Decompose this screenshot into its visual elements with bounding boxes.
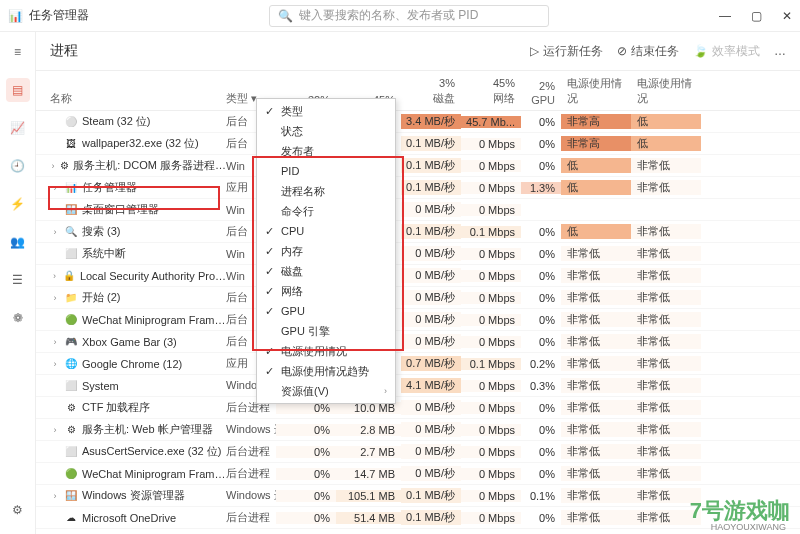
- sidebar-history[interactable]: 🕘: [6, 154, 30, 178]
- table-row[interactable]: ›⚙服务主机: DCOM 服务器进程…Win0.1 MB/秒0 Mbps0%低非…: [36, 155, 800, 177]
- menu-item[interactable]: PID: [257, 161, 395, 181]
- table-row[interactable]: ›📁开始 (2)后台0 MB/秒0 Mbps0%非常低非常低: [36, 287, 800, 309]
- close-button[interactable]: ✕: [782, 9, 792, 23]
- table-row[interactable]: 🖼wallpaper32.exe (32 位)后台0.1 MB/秒0 Mbps0…: [36, 133, 800, 155]
- col-power-trend[interactable]: 电源使用情况: [631, 76, 701, 106]
- process-icon: ⚪: [64, 115, 78, 129]
- eff-mode-button[interactable]: 🍃 效率模式: [693, 43, 760, 60]
- table-row[interactable]: ›🔒Local Security Authority Pro…Win0 MB/秒…: [36, 265, 800, 287]
- cell-disk: 0 MB/秒: [401, 422, 461, 437]
- sidebar-details[interactable]: ☰: [6, 268, 30, 292]
- process-name: Steam (32 位): [82, 114, 150, 129]
- menu-item[interactable]: ✓电源使用情况: [257, 341, 395, 361]
- cell-power: 非常低: [561, 378, 631, 393]
- submenu-arrow-icon: ›: [384, 386, 387, 396]
- menu-item[interactable]: ✓CPU: [257, 221, 395, 241]
- menu-item[interactable]: GPU 引擎: [257, 321, 395, 341]
- cell-gpu: 0%: [521, 160, 561, 172]
- process-name: 任务管理器: [82, 180, 137, 195]
- cell-power-trend: 非常低: [631, 180, 701, 195]
- sidebar-startup[interactable]: ⚡: [6, 192, 30, 216]
- sidebar-services[interactable]: ❁: [6, 306, 30, 330]
- sidebar-processes[interactable]: ▤: [6, 78, 30, 102]
- process-name: Xbox Game Bar (3): [82, 336, 177, 348]
- minimize-button[interactable]: —: [719, 9, 731, 23]
- expand-icon[interactable]: ›: [50, 337, 60, 347]
- search-placeholder: 键入要搜索的名称、发布者或 PID: [299, 7, 478, 24]
- sidebar-users[interactable]: 👥: [6, 230, 30, 254]
- table-row[interactable]: ⚙CTF 加载程序后台进程0%10.0 MB0 MB/秒0 Mbps0%非常低非…: [36, 397, 800, 419]
- cell-power-trend: 非常低: [631, 466, 701, 481]
- cell-disk: 0.1 MB/秒: [401, 158, 461, 173]
- process-name: Google Chrome (12): [82, 358, 182, 370]
- table-row[interactable]: ⬜系统中断Win0 MB/秒0 Mbps0%非常低非常低: [36, 243, 800, 265]
- search-box[interactable]: 🔍 键入要搜索的名称、发布者或 PID: [269, 5, 549, 27]
- cell-power: 非常低: [561, 488, 631, 503]
- run-new-task-button[interactable]: ▷ 运行新任务: [530, 43, 603, 60]
- table-row[interactable]: ›📊任务管理器应用0.1 MB/秒0 Mbps1.3%低非常低: [36, 177, 800, 199]
- cell-disk: 0.1 MB/秒: [401, 488, 461, 503]
- expand-icon[interactable]: ›: [50, 227, 60, 237]
- menu-label: 进程名称: [281, 184, 387, 199]
- cell-net: 0 Mbps: [461, 446, 521, 458]
- cell-gpu: 0%: [521, 402, 561, 414]
- menu-item[interactable]: ✓电源使用情况趋势: [257, 361, 395, 381]
- expand-icon[interactable]: ›: [50, 425, 60, 435]
- check-icon: ✓: [265, 225, 281, 238]
- expand-icon[interactable]: ›: [50, 491, 60, 501]
- process-icon: 🔍: [64, 225, 78, 239]
- menu-item[interactable]: ✓内存: [257, 241, 395, 261]
- column-context-menu[interactable]: ✓类型状态发布者PID进程名称命令行✓CPU✓内存✓磁盘✓网络✓GPUGPU 引…: [256, 98, 396, 404]
- col-name[interactable]: 名称: [36, 91, 226, 106]
- table-row[interactable]: 🪟桌面窗口管理器Win0 MB/秒0 Mbps: [36, 199, 800, 221]
- table-row[interactable]: ›🌐Google Chrome (12)应用0.7 MB/秒0.1 Mbps0.…: [36, 353, 800, 375]
- menu-item[interactable]: ✓GPU: [257, 301, 395, 321]
- table-row[interactable]: ☁Microsoft OneDrive后台进程0%51.4 MB0.1 MB/秒…: [36, 507, 800, 529]
- table-row[interactable]: ⚪Steam (32 位)后台3.4 MB/秒45.7 Mb...0%非常高低: [36, 111, 800, 133]
- cell-gpu: 0%: [521, 512, 561, 524]
- end-task-button[interactable]: ⊘ 结束任务: [617, 43, 679, 60]
- menu-item[interactable]: ✓网络: [257, 281, 395, 301]
- cell-gpu: 0%: [521, 292, 561, 304]
- menu-item[interactable]: ✓类型: [257, 101, 395, 121]
- table-row[interactable]: ›⚙服务主机: Web 帐户管理器Windows 进程0%2.8 MB0 MB/…: [36, 419, 800, 441]
- expand-icon[interactable]: ›: [50, 183, 60, 193]
- expand-icon[interactable]: ›: [50, 359, 60, 369]
- table-row[interactable]: ⬜SystemWindows 进程0%4.1 MB/秒0 Mbps0.3%非常低…: [36, 375, 800, 397]
- cell-power-trend: 非常低: [631, 312, 701, 327]
- col-disk[interactable]: 3%磁盘: [401, 77, 461, 106]
- menu-item[interactable]: ✓磁盘: [257, 261, 395, 281]
- maximize-button[interactable]: ▢: [751, 9, 762, 23]
- sidebar-performance[interactable]: 📈: [6, 116, 30, 140]
- process-name: CTF 加载程序: [82, 400, 150, 415]
- table-row[interactable]: ⬜AsusCertService.exe (32 位)后台进程0%2.7 MB0…: [36, 441, 800, 463]
- expand-icon[interactable]: ›: [50, 161, 56, 171]
- table-row[interactable]: 🟢WeChat Miniprogram Fram…后台0 MB/秒0 Mbps0…: [36, 309, 800, 331]
- table-row[interactable]: ›🔍搜索 (3)后台0.1 MB/秒0.1 Mbps0%低非常低: [36, 221, 800, 243]
- expand-icon[interactable]: ›: [50, 271, 59, 281]
- table-body[interactable]: ⚪Steam (32 位)后台3.4 MB/秒45.7 Mb...0%非常高低🖼…: [36, 111, 800, 534]
- menu-item[interactable]: 资源值(V)›: [257, 381, 395, 401]
- expand-icon[interactable]: ›: [50, 293, 60, 303]
- cell-power: 非常低: [561, 466, 631, 481]
- menu-item[interactable]: 进程名称: [257, 181, 395, 201]
- menu-item[interactable]: 命令行: [257, 201, 395, 221]
- menu-item[interactable]: 发布者: [257, 141, 395, 161]
- menu-item[interactable]: 状态: [257, 121, 395, 141]
- table-row[interactable]: 🟢WeChat Miniprogram Fram…后台进程0%14.7 MB0 …: [36, 463, 800, 485]
- table-row[interactable]: ›🪟Windows 资源管理器Windows 进程0%105.1 MB0.1 M…: [36, 485, 800, 507]
- col-power[interactable]: 电源使用情况: [561, 76, 631, 106]
- cell-type: Windows 进程: [226, 422, 276, 437]
- cell-power-trend: 非常低: [631, 422, 701, 437]
- col-net[interactable]: 45%网络: [461, 77, 521, 106]
- cell-cpu: 0%: [276, 512, 336, 524]
- table-row[interactable]: ›🎮Xbox Game Bar (3)后台0 MB/秒0 Mbps0%非常低非常…: [36, 331, 800, 353]
- sidebar-menu[interactable]: ≡: [6, 40, 30, 64]
- menu-label: 内存: [281, 244, 387, 259]
- more-button[interactable]: …: [774, 44, 786, 58]
- check-icon: ✓: [265, 305, 281, 318]
- cell-gpu: 0%: [521, 468, 561, 480]
- sidebar-settings[interactable]: ⚙: [6, 498, 30, 522]
- cell-net: 0 Mbps: [461, 270, 521, 282]
- col-gpu[interactable]: 2%GPU: [521, 80, 561, 106]
